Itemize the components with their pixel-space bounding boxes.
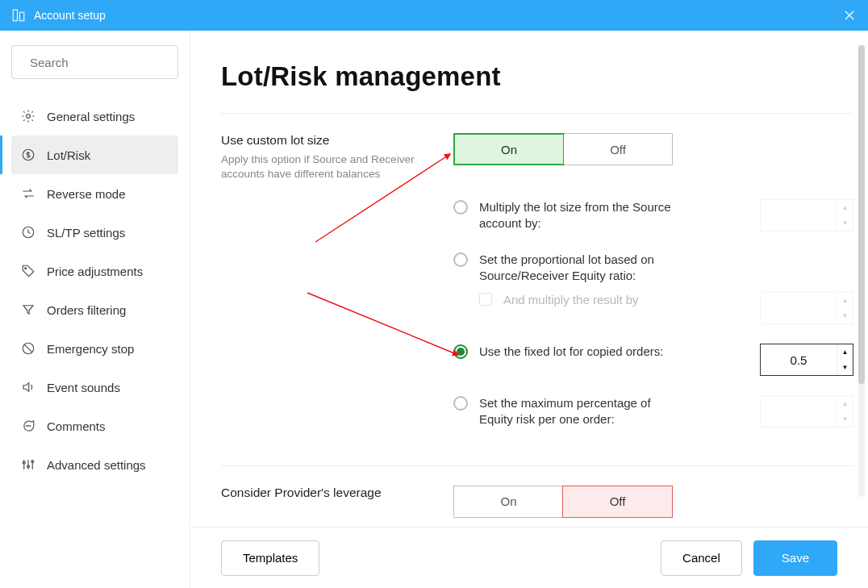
multiply-value-input[interactable]: ▲▼ [760, 199, 853, 231]
custom-lot-sublabel: Apply this option if Source and Receiver… [221, 152, 415, 181]
search-input[interactable] [30, 56, 183, 69]
radio-max-equity-label: Set the maximum percentage of Equity ris… [479, 395, 681, 428]
dollar-circle-icon [21, 148, 35, 162]
max-equity-value-input[interactable]: ▲▼ [760, 395, 853, 427]
radio-max-equity[interactable] [453, 396, 468, 411]
scrollbar[interactable] [858, 45, 865, 497]
toggle-on[interactable]: On [454, 486, 563, 517]
radio-proportional-label: Set the proportional lot based on Source… [479, 252, 681, 285]
radio-fixed-lot-label: Use the fixed lot for copied orders: [479, 344, 681, 360]
divider [221, 113, 853, 114]
sidebar-item-label: Price adjustments [47, 265, 143, 278]
sidebar-item-comments[interactable]: Comments [11, 407, 178, 445]
radio-proportional[interactable] [453, 252, 468, 267]
sidebar-item-orders-filtering[interactable]: Orders filtering [11, 290, 178, 329]
radio-multiply[interactable] [453, 200, 468, 215]
svg-point-14 [30, 426, 31, 427]
svg-point-13 [28, 426, 29, 427]
close-icon[interactable] [842, 8, 857, 23]
sound-icon [21, 380, 35, 394]
sidebar-item-label: Advanced settings [47, 458, 146, 472]
svg-point-9 [25, 268, 27, 269]
proportional-value-input[interactable]: ▲▼ [760, 292, 853, 324]
stepper-down-icon[interactable]: ▼ [837, 411, 853, 427]
checkbox-multiply-result[interactable] [479, 293, 492, 306]
sidebar-item-label: SL/TP settings [47, 226, 125, 240]
stepper-down-icon[interactable]: ▼ [837, 308, 853, 323]
sidebar-item-emergency-stop[interactable]: Emergency stop [11, 329, 178, 368]
toggle-on[interactable]: On [453, 133, 565, 165]
custom-lot-toggle[interactable]: On Off [453, 133, 673, 165]
page-title: Lot/Risk management [221, 61, 853, 92]
save-button[interactable]: Save [753, 540, 837, 576]
cancel-button[interactable]: Cancel [661, 540, 742, 576]
templates-button[interactable]: Templates [221, 540, 319, 576]
gear-icon [21, 109, 35, 123]
filter-icon [21, 302, 35, 317]
sidebar-item-label: Orders filtering [47, 303, 126, 317]
stepper-up-icon[interactable]: ▲ [837, 293, 853, 308]
sidebar-item-reverse-mode[interactable]: Reverse mode [11, 174, 178, 213]
toggle-off[interactable]: Off [564, 134, 672, 165]
sidebar-item-label: Event sounds [47, 381, 120, 394]
sidebar-item-label: Emergency stop [47, 342, 134, 356]
sidebar-item-label: General settings [47, 110, 135, 123]
window-title: Account setup [34, 9, 106, 22]
sidebar-item-event-sounds[interactable]: Event sounds [11, 368, 178, 407]
sidebar-item-label: Comments [47, 419, 106, 433]
sidebar-item-general-settings[interactable]: General settings [11, 97, 178, 136]
sliders-icon [21, 457, 35, 472]
radio-multiply-label: Multiply the lot size from the Source ac… [479, 199, 681, 232]
tag-icon [21, 264, 35, 278]
divider [221, 465, 853, 466]
checkbox-multiply-result-label: And multiply the result by [503, 292, 705, 308]
sidebar-item-lot-risk[interactable]: Lot/Risk [11, 136, 178, 174]
svg-point-12 [26, 426, 27, 427]
clock-icon [21, 225, 35, 240]
stepper-down-icon[interactable]: ▼ [837, 360, 853, 375]
sidebar-item-price-adjustments[interactable]: Price adjustments [11, 252, 178, 290]
stepper-down-icon[interactable]: ▼ [837, 215, 853, 231]
fixed-lot-value-input[interactable]: 0.5 ▲▼ [760, 344, 853, 376]
svg-rect-0 [13, 10, 17, 21]
leverage-toggle[interactable]: On Off [453, 486, 673, 518]
search-input-wrap[interactable] [11, 45, 178, 79]
reverse-icon [21, 186, 35, 201]
sidebar-item-label: Lot/Risk [47, 148, 90, 162]
svg-point-6 [27, 115, 31, 119]
toggle-off[interactable]: Off [562, 486, 673, 518]
sidebar-item-sl-tp[interactable]: SL/TP settings [11, 213, 178, 252]
fixed-lot-value: 0.5 [761, 344, 837, 375]
scrollbar-thumb[interactable] [858, 45, 865, 384]
sidebar-item-advanced-settings[interactable]: Advanced settings [11, 445, 178, 484]
app-icon [11, 8, 26, 23]
svg-line-11 [24, 344, 32, 352]
radio-fixed-lot[interactable] [453, 344, 468, 359]
svg-rect-1 [20, 12, 24, 21]
stepper-up-icon[interactable]: ▲ [837, 344, 853, 360]
sidebar-item-label: Reverse mode [47, 187, 126, 201]
ban-icon [21, 341, 35, 356]
leverage-label: Consider Provider's leverage [221, 486, 453, 500]
comment-icon [21, 419, 35, 433]
stepper-up-icon[interactable]: ▲ [837, 200, 853, 215]
custom-lot-label: Use custom lot size [221, 133, 453, 148]
stepper-up-icon[interactable]: ▲ [837, 396, 853, 411]
